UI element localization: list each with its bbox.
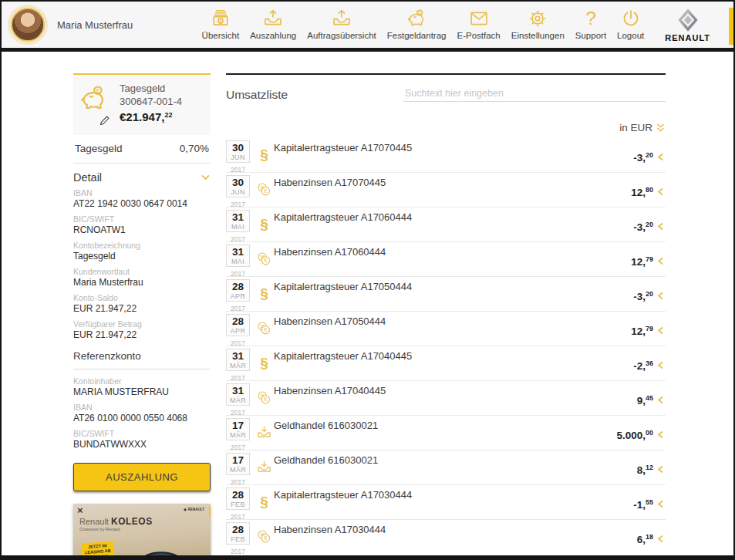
nav-item-e-postfach[interactable]: E-Postfach: [451, 5, 505, 45]
download-tray-icon: [256, 424, 272, 440]
field-value: EUR 21.947,22: [73, 303, 211, 315]
transaction-label: Geldhandel 616030021: [274, 450, 666, 466]
sort-direction-icon: [656, 123, 666, 133]
gear-icon: [527, 8, 548, 29]
transaction-row[interactable]: 28 FEB 2017 Habenzinsen A17030444 6,18: [226, 520, 666, 555]
chevron-left-icon[interactable]: [657, 187, 664, 196]
header-accent-strip: [729, 8, 733, 45]
nav-item-support[interactable]: Support: [570, 5, 612, 45]
detail-field: Kontoinhaber MARIA MUSTERFRAU: [73, 376, 211, 398]
account-sidebar: Tagesgeld 300647-001-4 €21.947,22 Tagesg…: [73, 73, 211, 560]
transaction-amount: 12,79: [631, 255, 653, 268]
chevron-left-icon[interactable]: [657, 500, 664, 508]
koleos-ad-banner[interactable]: × Renault KOLEOS Crossover by Renault JE…: [73, 504, 211, 560]
transaction-date: 17 MÄR: [226, 453, 250, 475]
field-label: Kundenwortlaut: [73, 267, 211, 277]
field-value: MARIA MUSTERFRAU: [73, 386, 211, 398]
paragraph-icon: §: [256, 355, 272, 371]
transaction-amount: 9,45: [637, 394, 653, 407]
field-value: AT26 0100 0000 0550 4068: [73, 413, 211, 424]
transaction-row[interactable]: 31 MÄR 2017 § Kapitalertragsteuer A17040…: [226, 346, 666, 381]
transaction-amount: 12,79: [631, 325, 653, 337]
transaction-row[interactable]: 17 MÄR 2017 Geldhandel 616030021 5.000,0…: [226, 416, 666, 450]
page-title: Umsatzliste: [226, 88, 288, 102]
transaction-amount: 8,12: [637, 464, 653, 476]
chevron-left-icon[interactable]: [657, 292, 664, 300]
account-card[interactable]: Tagesgeld 300647-001-4 €21.947,22: [73, 73, 211, 132]
paragraph-icon: §: [256, 285, 272, 302]
field-label: Kontoinhaber: [73, 376, 211, 386]
transaction-amount: -2,36: [633, 359, 653, 372]
transaction-label: Habenzinsen A17030444: [274, 520, 666, 535]
transaction-date: 28 FEB: [226, 522, 250, 545]
currency-sort-label: in EUR: [619, 122, 652, 133]
ad-brand: ◆RENAULT: [184, 508, 204, 511]
close-icon[interactable]: ×: [77, 504, 83, 516]
nav-item-einstellungen[interactable]: Einstellungen: [506, 5, 570, 45]
field-label: BIC/SWIFT: [73, 214, 211, 224]
transaction-row[interactable]: 31 MAI 2017 Habenzinsen A17060444 12,79: [226, 242, 666, 277]
account-balance: €21.947,22: [120, 108, 182, 124]
piggy-bank-icon: [406, 8, 427, 29]
nav-item-logout[interactable]: Logout: [612, 5, 649, 45]
currency-sort-control[interactable]: in EUR: [226, 122, 666, 133]
chevron-left-icon[interactable]: [657, 396, 664, 404]
field-label: BIC/SWIFT: [73, 429, 211, 439]
detail-field: Kundenwortlaut Maria Musterfrau: [73, 267, 211, 288]
renault-logo[interactable]: RENAULT: [665, 8, 710, 42]
payout-button[interactable]: AUSZAHLUNG: [73, 463, 211, 491]
transaction-row[interactable]: 17 MÄR 2017 Geldhandel 616030021 8,12: [226, 450, 666, 485]
pencil-icon[interactable]: [99, 116, 110, 126]
chevron-left-icon[interactable]: [657, 257, 664, 265]
rate-label: Tagesgeld: [75, 143, 123, 154]
top-header: Maria Musterfrau Übersicht Auszahlung Au…: [2, 2, 733, 52]
transaction-label: Kapitalertragsteuer A17070445: [274, 138, 666, 153]
field-label: IBAN: [73, 403, 211, 413]
transaction-label: Kapitalertragsteuer A17040445: [274, 346, 666, 362]
transaction-label: Habenzinsen A17040445: [274, 381, 666, 396]
chevron-left-icon[interactable]: [657, 326, 664, 335]
transaction-row[interactable]: 30 JUN 2017 § Kapitalertragsteuer A17070…: [226, 138, 666, 173]
transaction-date: 28 APR: [226, 314, 250, 336]
paragraph-icon: §: [256, 494, 272, 510]
transaction-date: 31 MAI: [226, 245, 250, 267]
transaction-row[interactable]: 31 MÄR 2017 Habenzinsen A17040445 9,45: [226, 381, 666, 416]
chevron-left-icon[interactable]: [657, 153, 664, 161]
search-input[interactable]: [403, 86, 666, 102]
chevron-left-icon[interactable]: [657, 222, 664, 231]
field-value: AT22 1942 0030 0647 0014: [73, 198, 211, 210]
user-avatar[interactable]: [11, 8, 45, 42]
nav-item-uebersicht[interactable]: Übersicht: [197, 5, 245, 45]
chevron-left-icon[interactable]: [657, 430, 664, 439]
ad-accent-strip: [209, 506, 211, 517]
reference-account-title: Referenzkonto: [73, 350, 211, 369]
chevron-left-icon[interactable]: [657, 361, 664, 369]
transaction-row[interactable]: 28 FEB 2017 § Kapitalertragsteuer A17030…: [226, 485, 666, 520]
transaction-label: Kapitalertragsteuer A17050444: [274, 277, 666, 292]
nav-item-auszahlung[interactable]: Auszahlung: [244, 5, 302, 45]
transaction-row[interactable]: 31 MAI 2017 § Kapitalertragsteuer A17060…: [226, 207, 666, 242]
nav-item-festgeldantrag[interactable]: Festgeldantrag: [382, 5, 452, 45]
detail-section: Detail IBAN AT22 1942 0030 0647 0014 BIC…: [73, 164, 211, 341]
transaction-row[interactable]: 28 APR 2017 § Kapitalertragsteuer A17050…: [226, 277, 666, 312]
field-label: IBAN: [73, 188, 211, 198]
transaction-amount: -3,20: [633, 221, 653, 233]
transaction-amount: 5.000,00: [616, 429, 653, 441]
transaction-row[interactable]: 28 APR 2017 Habenzinsen A17050444 12,79: [226, 312, 666, 346]
chevron-left-icon[interactable]: [657, 535, 664, 543]
nav-item-auftragsuebersicht[interactable]: Auftragsübersicht: [302, 5, 382, 45]
transaction-label: Habenzinsen A17060444: [274, 242, 666, 258]
field-value: Tagesgeld: [73, 251, 211, 262]
transaction-list: 30 JUN 2017 § Kapitalertragsteuer A17070…: [226, 138, 666, 555]
field-label: Kontobezeichnung: [73, 241, 211, 251]
interest-rate-row: Tagesgeld 0,70%: [73, 133, 211, 164]
transactions-panel: Umsatzliste in EUR 30 JUN 2017 § Kapital…: [226, 73, 666, 560]
question-icon: [580, 8, 602, 29]
field-value: EUR 21.947,22: [73, 329, 211, 341]
transaction-row[interactable]: 30 JUN 2017 Habenzinsen A17070445 12,80: [226, 173, 666, 207]
detail-field: Konto-Saldo EUR 21.947,22: [73, 293, 211, 315]
collapse-chevron-icon[interactable]: [201, 174, 211, 181]
power-icon: [620, 8, 642, 29]
rate-value: 0,70%: [180, 143, 209, 154]
chevron-left-icon[interactable]: [657, 465, 664, 474]
